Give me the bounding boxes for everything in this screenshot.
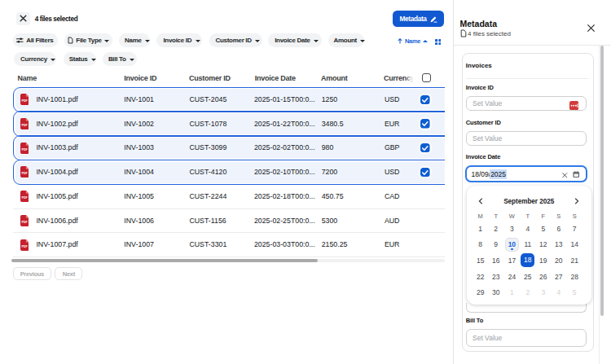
svg-text:PDF: PDF (21, 196, 28, 200)
svg-text:PDF: PDF (21, 245, 28, 248)
svg-text:PDF: PDF (21, 148, 28, 151)
svg-text:PDF: PDF (21, 173, 28, 176)
svg-text:PDF: PDF (21, 124, 28, 127)
svg-text:PDF: PDF (21, 100, 28, 103)
svg-text:PDF: PDF (21, 221, 28, 224)
